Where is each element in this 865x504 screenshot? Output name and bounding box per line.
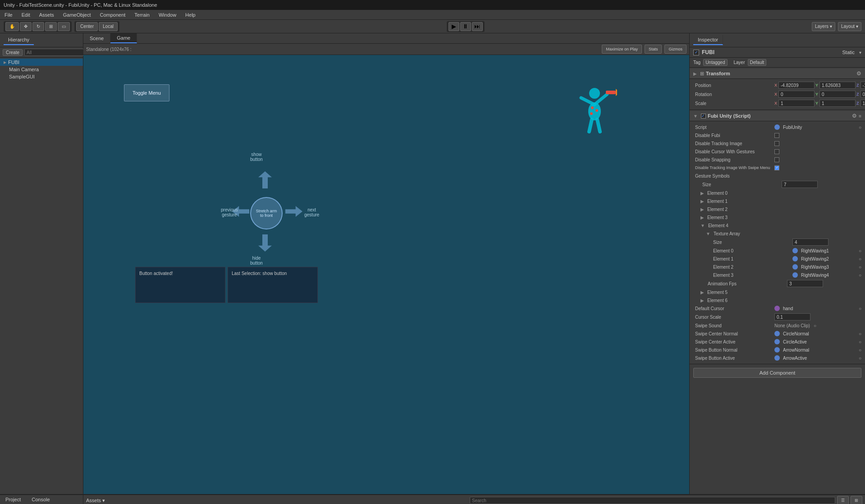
transform-header[interactable]: ▶ ⊞ Transform ⚙ — [690, 69, 865, 79]
sc-z[interactable] — [860, 100, 865, 107]
rot-y[interactable] — [819, 91, 856, 98]
play-btn[interactable]: ▶ — [449, 22, 459, 31]
swipe-cn-circle[interactable]: ○ — [859, 331, 861, 336]
tag-label: Tag — [693, 60, 700, 65]
disable-fubi-label: Disable Fubi — [693, 133, 774, 138]
assets-view-btn[interactable]: ☰ — [837, 496, 849, 504]
scene-tab[interactable]: Scene — [83, 34, 110, 43]
script-circle[interactable]: ○ — [859, 125, 861, 130]
gizmos-btn[interactable]: Gizmos — [664, 45, 687, 54]
inspector-tab[interactable]: Inspector — [693, 35, 723, 45]
show-text: showbutton — [250, 152, 263, 162]
texture-size-input[interactable] — [792, 238, 828, 246]
menu-assets[interactable]: Assets — [37, 11, 57, 18]
layer-dropdown[interactable]: Default — [748, 59, 767, 66]
disable-tracking-checkbox[interactable] — [774, 141, 779, 146]
cursor-scale-input[interactable] — [774, 313, 810, 321]
menu-terrain[interactable]: Terrain — [132, 11, 152, 18]
assets-search[interactable] — [470, 497, 835, 504]
menu-window[interactable]: Window — [156, 11, 179, 18]
rot-z[interactable] — [860, 91, 865, 98]
disable-tracking-swipe-checkbox[interactable] — [774, 165, 779, 170]
hierarchy-item-samplegui[interactable]: SampleGUI — [0, 73, 83, 80]
console-tab[interactable]: Console — [26, 495, 55, 504]
swipe-sound-circle[interactable]: ○ — [814, 323, 816, 328]
swipe-bn-circle[interactable]: ○ — [859, 348, 861, 353]
rotate-tool[interactable]: ↻ — [32, 22, 44, 31]
element3-row[interactable]: ▶ Element 3 — [693, 213, 861, 221]
hierarchy-tab[interactable]: Hierarchy — [4, 35, 34, 45]
game-tab[interactable]: Game — [110, 33, 137, 43]
sc-x[interactable] — [778, 100, 815, 107]
hierarchy-search[interactable] — [24, 49, 86, 56]
element2-label: Element 2 — [705, 207, 787, 212]
fubi-script-header[interactable]: ▼ Fubi Unity (Script) ⚙ ≡ — [690, 111, 865, 121]
fubi-settings-icon[interactable]: ≡ — [859, 114, 861, 119]
tex-el3-circle[interactable]: ○ — [859, 273, 861, 278]
center-btn[interactable]: Center — [76, 22, 98, 31]
menu-file[interactable]: File — [2, 11, 15, 18]
svg-line-9 — [589, 119, 592, 132]
create-btn[interactable]: Create — [3, 49, 23, 56]
swipe-button-normal-label: Swipe Button Normal — [693, 348, 774, 353]
menu-help[interactable]: Help — [183, 11, 198, 18]
menu-edit[interactable]: Edit — [19, 11, 33, 18]
move-tool[interactable]: ✥ — [20, 22, 32, 31]
disable-cursor-checkbox[interactable] — [774, 149, 779, 154]
disable-snapping-checkbox[interactable] — [774, 157, 779, 162]
layers-dropdown[interactable]: Layers ▾ — [812, 22, 835, 31]
center-circle[interactable]: Stretch armto front — [250, 197, 283, 229]
script-name: FubiUnity — [783, 125, 802, 130]
pos-x[interactable] — [778, 82, 815, 89]
assets-icon-btn[interactable]: ⊞ — [851, 496, 862, 504]
local-btn[interactable]: Local — [99, 22, 118, 31]
object-enabled-checkbox[interactable] — [693, 50, 699, 55]
animation-fps-input[interactable] — [787, 280, 823, 287]
swipe-ba-circle[interactable]: ○ — [859, 356, 861, 361]
rect-tool[interactable]: ▭ — [58, 22, 70, 31]
up-arrow[interactable] — [258, 171, 272, 188]
pos-z[interactable] — [860, 82, 865, 89]
maximize-btn[interactable]: Maximize on Play — [602, 45, 642, 54]
disable-fubi-checkbox[interactable] — [774, 133, 779, 138]
hierarchy-item-fubi[interactable]: ▶ FUBI — [0, 59, 83, 66]
hierarchy-item-maincamera[interactable]: Main Camera — [0, 66, 83, 73]
element2-row[interactable]: ▶ Element 2 — [693, 205, 861, 213]
layout-dropdown[interactable]: Layout ▾ — [838, 22, 861, 31]
transform-gear[interactable]: ⚙ — [856, 70, 861, 77]
fubi-enabled-checkbox[interactable] — [701, 114, 706, 119]
step-btn[interactable]: ⏭ — [472, 22, 483, 31]
pause-btn[interactable]: ⏸ — [460, 22, 471, 31]
tag-dropdown[interactable]: Untagged — [703, 59, 727, 66]
menu-gameobject[interactable]: GameObject — [60, 11, 94, 18]
add-component-btn[interactable]: Add Component — [693, 368, 861, 378]
right-arrow[interactable] — [285, 206, 302, 217]
element6-row[interactable]: ▶ Element 6 — [693, 296, 861, 304]
toggle-menu-btn[interactable]: Toggle Menu — [124, 84, 169, 101]
gesture-size-input[interactable] — [782, 181, 818, 188]
swipe-button-normal-value: ArrowNormal — [783, 348, 809, 353]
swipe-bn-dot — [774, 347, 780, 353]
cursor-circle[interactable]: ○ — [859, 306, 861, 311]
scale-tool[interactable]: ⊞ — [45, 22, 57, 31]
tex-el1-circle[interactable]: ○ — [859, 257, 861, 261]
element1-row[interactable]: ▶ Element 1 — [693, 197, 861, 205]
swipe-ca-circle[interactable]: ○ — [859, 339, 861, 344]
fubi-gear[interactable]: ⚙ — [852, 113, 857, 119]
title-text: Unity - FubiTestScene.unity - FubiUnity … — [4, 2, 157, 8]
stats-btn[interactable]: Stats — [645, 45, 662, 54]
hand-tool[interactable]: ✋ — [5, 22, 19, 31]
disable-tracking-swipe-row: Disable Tracking Image With Swipe Menu — [693, 164, 861, 172]
project-tab[interactable]: Project — [0, 495, 26, 504]
down-arrow[interactable] — [258, 234, 272, 252]
element0-row[interactable]: ▶ Element 0 — [693, 189, 861, 197]
sc-y[interactable] — [819, 100, 856, 107]
tex-el2-circle[interactable]: ○ — [859, 265, 861, 270]
element5-row[interactable]: ▶ Element 5 — [693, 288, 861, 296]
menu-component[interactable]: Component — [97, 11, 128, 18]
pos-y[interactable] — [819, 82, 856, 89]
element4-row[interactable]: ▼ Element 4 — [693, 221, 861, 229]
rot-x[interactable] — [778, 91, 815, 98]
tex-el0-circle[interactable]: ○ — [859, 248, 861, 253]
svg-rect-4 — [606, 91, 616, 94]
